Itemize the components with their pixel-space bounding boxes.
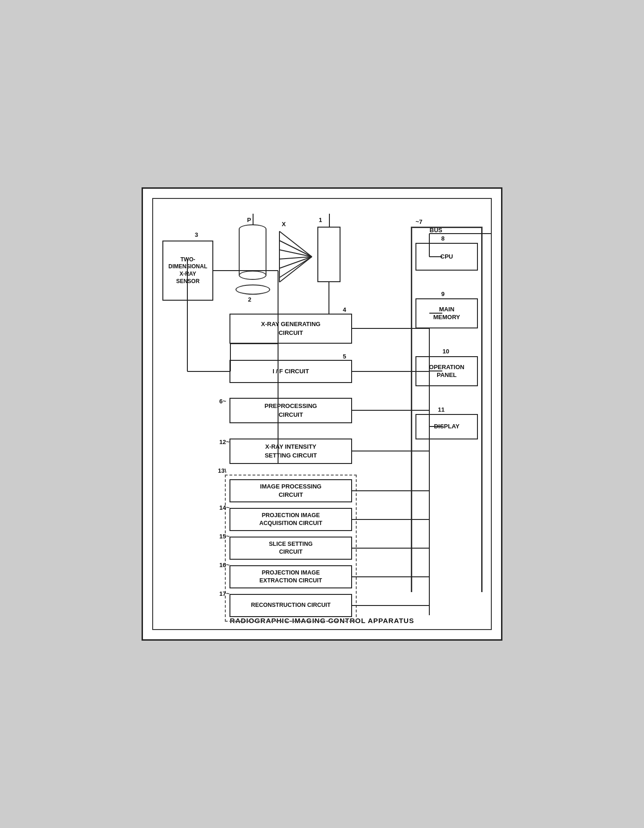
label-5: 5 (343, 353, 346, 360)
detector-box (317, 227, 341, 282)
label-12: 12~ (219, 439, 229, 445)
image-processing-box: IMAGE PROCESSINGCIRCUIT (229, 479, 352, 502)
xray-intensity-box: X-RAY INTENSITYSETTING CIRCUIT (229, 439, 352, 464)
label-3: 3 (195, 231, 198, 238)
label-1: 1 (319, 216, 322, 223)
proj-extract-label: PROJECTION IMAGEEXTRACTION CIRCUIT (260, 569, 322, 585)
sensor-box: TWO- DIMENSIONAL X-RAY SENSOR (162, 241, 213, 301)
beam-svg (275, 227, 321, 287)
page: RADIOGRAPHIC IMAGING CONTROL APPARATUS 3… (142, 187, 502, 641)
bus-area (411, 227, 483, 592)
proj-extract-box: PROJECTION IMAGEEXTRACTION CIRCUIT (229, 565, 352, 588)
line-p-v (253, 214, 254, 225)
svg-line-7 (279, 257, 312, 282)
if-circuit-label: I / F CIRCUIT (272, 367, 309, 376)
xray-gen-label: X-RAY GENERATINGCIRCUIT (261, 320, 320, 337)
cylinder-area (239, 224, 266, 289)
image-processing-label: IMAGE PROCESSINGCIRCUIT (260, 482, 322, 499)
preprocessing-box: PREPROCESSINGCIRCUIT (229, 398, 352, 423)
cylinder-bottom (239, 271, 266, 280)
label-p: P (247, 216, 251, 223)
slice-setting-box: SLICE SETTINGCIRCUIT (229, 537, 352, 560)
label-4: 4 (343, 306, 346, 313)
cylinder-body (239, 229, 266, 275)
line-1-v (329, 214, 330, 227)
label-7: ~7 (415, 218, 422, 225)
label-15: 15~ (219, 533, 229, 540)
if-circuit-box: I / F CIRCUIT (229, 360, 352, 383)
label-2: 2 (248, 296, 251, 303)
xray-gen-box: X-RAY GENERATINGCIRCUIT (229, 314, 352, 344)
label-17: 17~ (219, 590, 229, 597)
reconstruction-box: RECONSTRUCTION CIRCUIT (229, 594, 352, 617)
label-16: 16~ (219, 562, 229, 568)
label-6: 6~ (219, 398, 226, 405)
label-14: 14~ (219, 504, 229, 511)
preprocessing-label: PREPROCESSINGCIRCUIT (265, 402, 317, 419)
xray-intensity-label: X-RAY INTENSITYSETTING CIRCUIT (265, 443, 317, 459)
svg-line-2 (279, 241, 312, 257)
proj-acq-label: PROJECTION IMAGEACQUISITION CIRCUIT (259, 512, 322, 528)
reconstruction-label: RECONSTRUCTION CIRCUIT (251, 601, 330, 610)
disc (235, 284, 270, 295)
slice-setting-label: SLICE SETTINGCIRCUIT (269, 540, 312, 556)
proj-acq-box: PROJECTION IMAGEACQUISITION CIRCUIT (229, 508, 352, 531)
svg-line-6 (279, 257, 312, 278)
diagram-container: RADIOGRAPHIC IMAGING CONTROL APPARATUS 3… (152, 198, 492, 630)
label-13: 13\ (218, 467, 226, 474)
sensor-label: TWO- DIMENSIONAL X-RAY SENSOR (168, 256, 207, 285)
